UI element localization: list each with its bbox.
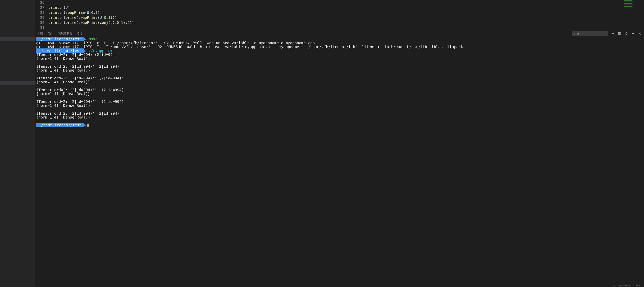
code-content: println(prime(swapPrime(U,0,1)));: [48, 15, 119, 20]
code-line[interactable]: 26: [36, 0, 644, 5]
line-number: 31: [36, 25, 48, 30]
terminal-line: ITensor ord=2: (2|id=994)''' (2|id=994)'…: [36, 88, 643, 92]
terminal-line: ITensor ord=2: (2|id=994)'' (2|id=994)': [36, 76, 643, 80]
terminal-selector[interactable]: 3: zsh: [572, 31, 608, 36]
prompt-path: ~/test-itensor/test: [36, 123, 84, 127]
code-editor[interactable]: 2627println(U);28println(swapPrime(U,0,1…: [36, 0, 644, 30]
terminal-line: ~/test-itensor/test ▶ ./myappname: [36, 49, 643, 53]
panel-tab-2[interactable]: 调试控制台: [58, 31, 72, 36]
terminal-line: ITensor ord=2: (2|id=994)''' (2|id=994): [36, 100, 643, 104]
terminal-line: {norm=1.41 (Dense Real)}: [36, 80, 643, 84]
terminal-line: ITensor ord=2: (2|id=994)' (2|id=994): [36, 64, 643, 68]
terminal-line: {norm=1.41 (Dense Real)}: [36, 57, 643, 60]
terminal-line: ITensor ord=2: (2|id=994)' (2|id=994): [36, 111, 643, 115]
terminal-line: ~/test-itensor/test ▶ make: [36, 37, 643, 41]
code-content: println(prime(swapPrime(conj(U),0,1),2))…: [48, 20, 136, 25]
terminal-line: [36, 72, 643, 76]
app-root: 2627println(U);28println(swapPrime(U,0,1…: [0, 0, 644, 287]
main-area: 2627println(U);28println(swapPrime(U,0,1…: [36, 0, 644, 287]
line-number: 29: [36, 15, 48, 20]
terminal-line: [36, 96, 643, 100]
panel-tab-1[interactable]: 输出: [48, 31, 54, 36]
terminal-line: [36, 84, 643, 88]
watermark: https://blog.csdn.net/qq_32507255: [610, 284, 643, 287]
panel-tab-3[interactable]: 终端: [77, 31, 82, 36]
line-number: 30: [36, 20, 48, 25]
code-content: println(U);: [48, 5, 72, 10]
terminal-line: ~/test-itensor/test ▶: [36, 123, 643, 127]
code-line[interactable]: 29println(prime(swapPrime(U,0,1)));: [36, 15, 644, 20]
terminal-line: g++ -m64 -std=c++17 -fPIC -c -I. -I'/hom…: [36, 41, 643, 45]
sidebar-item[interactable]: [0, 37, 36, 41]
terminal-line: [36, 60, 643, 64]
sidebar-item[interactable]: [0, 81, 36, 85]
terminal-line: {norm=1.41 (Dense Real)}: [36, 115, 643, 119]
line-number: 28: [36, 10, 48, 15]
panel-tabbar: 问题输出调试控制台终端 3: zsh: [36, 30, 644, 37]
terminal-line: {norm=1.41 (Dense Real)}: [36, 104, 643, 108]
explorer-sidebar: [0, 0, 36, 287]
split-terminal-icon[interactable]: [618, 32, 621, 35]
close-icon[interactable]: [638, 32, 642, 35]
line-number: 27: [36, 5, 48, 10]
terminal-selector-label: 3: zsh: [574, 32, 581, 35]
panel-tab-0[interactable]: 问题: [38, 31, 44, 36]
terminal-line: [36, 108, 643, 111]
code-content: println(swapPrime(U,0,1));: [48, 10, 104, 15]
code-line[interactable]: 27println(U);: [36, 5, 644, 10]
chevron-up-icon[interactable]: [631, 32, 635, 35]
code-line[interactable]: 30println(prime(swapPrime(conj(U),0,1),2…: [36, 20, 644, 25]
code-line[interactable]: 28println(swapPrime(U,0,1));: [36, 10, 644, 15]
terminal-line: g++ -m64 -std=c++17 -fPIC -I. -I'/home/z…: [36, 45, 643, 49]
terminal-line: [36, 119, 643, 123]
chevron-down-icon: [603, 32, 606, 35]
terminal-line: {norm=1.41 (Dense Real)}: [36, 68, 643, 72]
terminal-line: ITensor ord=2: (2|id=994) (2|id=994)': [36, 53, 643, 57]
trash-icon[interactable]: [624, 32, 628, 35]
cursor: [87, 124, 89, 127]
terminal[interactable]: ~/test-itensor/test ▶ makeg++ -m64 -std=…: [36, 37, 644, 287]
code-line[interactable]: 31: [36, 25, 644, 30]
line-number: 26: [36, 0, 48, 5]
terminal-line: {norm=1.41 (Dense Real)}: [36, 92, 643, 96]
new-terminal-icon[interactable]: [611, 32, 614, 35]
